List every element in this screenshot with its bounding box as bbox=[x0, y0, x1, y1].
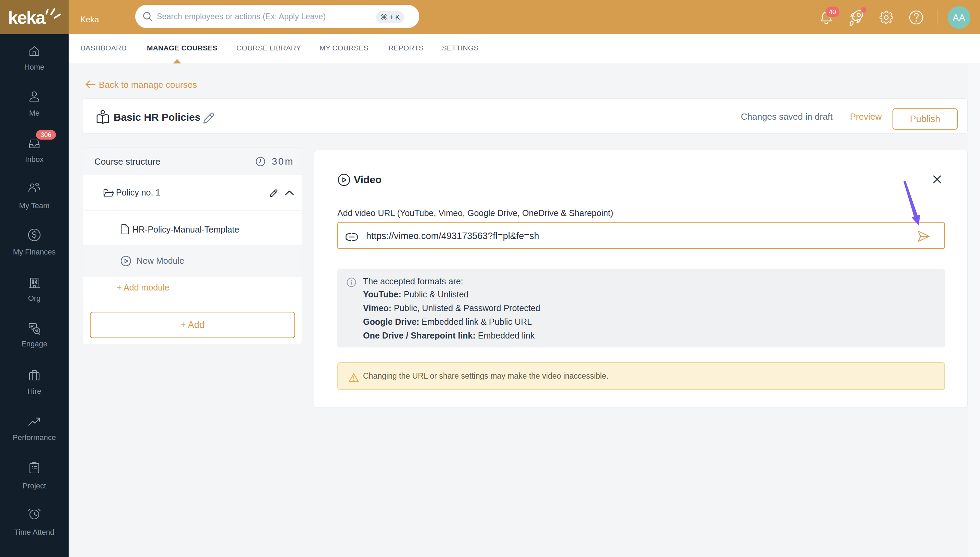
svg-text:keka: keka bbox=[8, 8, 46, 28]
